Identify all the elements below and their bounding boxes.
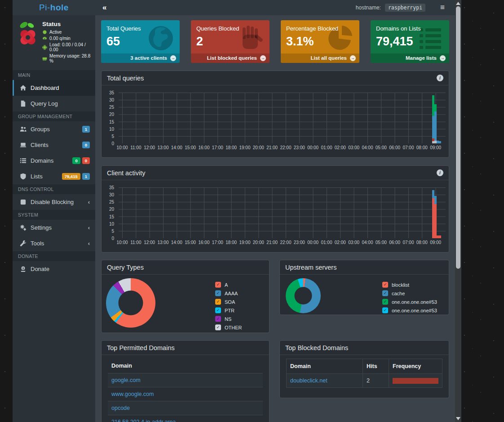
count-badge: 1 <box>82 126 90 133</box>
summary-card-total-queries: Total Queries653 active clients→ <box>101 20 180 63</box>
x-tick-label: 03:00 <box>348 145 359 150</box>
hits-cell: 2 <box>363 374 389 388</box>
sidebar-item-query-log[interactable]: Query Log <box>13 96 95 111</box>
scrollbar-thumb[interactable] <box>456 6 460 269</box>
upstream-servers-donut-chart <box>286 278 321 313</box>
upstream-servers-panel: Upstream servers ✓blocklist✓cache✓one.on… <box>279 260 449 315</box>
x-tick-label: 05:00 <box>376 240 387 245</box>
legend-item[interactable]: ✓cache <box>382 289 437 298</box>
column-header: Frequency <box>389 359 442 374</box>
legend-checkbox-icon[interactable]: ✓ <box>215 316 221 322</box>
pihole-window: Pi-hole « hostname: raspberrypi ≡ <box>13 0 455 422</box>
menu-section-header: DNS CONTROL <box>13 184 95 194</box>
x-tick-label: 08:00 <box>416 145 428 150</box>
x-tick-label: 09:00 <box>430 240 441 245</box>
card-footer-link[interactable]: List blocked queries→ <box>191 53 270 63</box>
legend-label: PTR <box>225 308 234 313</box>
x-tick-label: 21:00 <box>266 145 278 150</box>
sidebar-item-label: Query Log <box>31 100 90 107</box>
sidebar-item-tools[interactable]: Tools‹ <box>13 235 95 251</box>
domain-link[interactable]: 216.58.202.4.in-addr.arpa <box>111 419 176 422</box>
card-footer-link[interactable]: List all queries→ <box>281 53 359 63</box>
card-footer-link[interactable]: 3 active clients→ <box>101 53 180 63</box>
sidebar-item-domains[interactable]: Domains00 <box>13 153 95 169</box>
scroll-down-arrow-icon[interactable] <box>456 417 460 420</box>
shield-icon <box>20 173 27 180</box>
sidebar-item-lists[interactable]: Lists79,4151 <box>13 169 95 184</box>
x-tick-label: 05:00 <box>376 145 387 150</box>
arrow-circle-icon: → <box>260 55 266 61</box>
domain-link[interactable]: google.com <box>111 377 141 383</box>
legend-checkbox-icon[interactable]: ✓ <box>215 290 221 296</box>
card-value: 2 <box>191 32 270 49</box>
column-header: Hits <box>363 359 389 374</box>
legend-label: NS <box>225 316 231 322</box>
sidebar-item-clients[interactable]: Clients0 <box>13 137 95 153</box>
legend-item[interactable]: ✓one.one.one.one#53 <box>382 306 437 315</box>
y-tick-label: 5 <box>102 134 114 139</box>
summary-card-queries-blocked: Queries Blocked2List blocked queries→ <box>191 20 270 63</box>
count-badge: 0 <box>72 157 80 164</box>
x-tick-label: 01:00 <box>321 145 332 150</box>
y-tick-label: 35 <box>102 90 114 95</box>
sidebar-item-dashboard[interactable]: Dashboard <box>13 80 95 96</box>
bar-segment-cached <box>434 104 437 111</box>
legend-checkbox-icon[interactable]: ✓ <box>215 324 221 330</box>
circle-status-icon <box>42 30 47 35</box>
sidebar-collapse-icon[interactable]: « <box>95 3 114 12</box>
sidebar-item-settings[interactable]: Settings‹ <box>13 220 95 235</box>
chart-plot-area <box>119 93 446 143</box>
scroll-up-arrow-icon[interactable] <box>456 2 460 5</box>
legend-checkbox-icon[interactable]: ✓ <box>382 299 388 305</box>
sidebar-item-groups[interactable]: Groups1 <box>13 121 95 137</box>
sidebar-item-label: Clients <box>31 142 80 148</box>
status-text: Active <box>49 30 62 35</box>
info-icon[interactable]: i <box>437 169 443 176</box>
donut-hole <box>295 287 312 305</box>
count-badge: 0 <box>82 157 90 164</box>
x-axis-labels: 10:0011:0012:0013:0014:0015:0016:0017:00… <box>119 238 446 245</box>
legend-item[interactable]: ✓NS <box>215 315 242 323</box>
x-tick-label: 07:00 <box>402 145 414 150</box>
hamburger-menu-icon[interactable]: ≡ <box>429 3 449 12</box>
legend-item[interactable]: ✓one.one.one.one#53 <box>382 298 437 306</box>
cpu-icon <box>42 45 47 50</box>
legend-checkbox-icon[interactable]: ✓ <box>382 307 388 313</box>
card-footer-link[interactable]: Manage lists→ <box>371 53 449 63</box>
legend-checkbox-icon[interactable]: ✓ <box>215 282 221 288</box>
domain-cell: www.google.com <box>108 387 263 401</box>
laptop-icon <box>20 142 27 148</box>
summary-cards: Total Queries653 active clients→Queries … <box>101 20 449 63</box>
legend-checkbox-icon[interactable]: ✓ <box>382 290 388 296</box>
info-icon[interactable]: i <box>437 75 443 81</box>
legend-item[interactable]: ✓PTR <box>215 306 242 315</box>
y-tick-label: 15 <box>102 120 114 124</box>
sidebar-item-disable-blocking[interactable]: Disable Blocking‹ <box>13 194 95 210</box>
legend-item[interactable]: ✓AAAA <box>215 289 242 298</box>
sidebar-item-donate[interactable]: $Donate <box>13 261 95 277</box>
x-tick-label: 19:00 <box>239 240 250 245</box>
legend-checkbox-icon[interactable]: ✓ <box>215 299 221 305</box>
x-tick-label: 17:00 <box>212 240 223 245</box>
legend-item[interactable]: ✓SOA <box>215 298 242 306</box>
legend-checkbox-icon[interactable]: ✓ <box>382 282 388 288</box>
status-text: 0.00 q/min <box>49 36 71 41</box>
y-tick-label: 30 <box>102 98 114 102</box>
legend-item[interactable]: ✓blocklist <box>382 280 437 289</box>
status-line: 0.00 q/min <box>42 36 92 41</box>
legend-checkbox-icon[interactable]: ✓ <box>215 307 221 313</box>
status-line: Load: 0.00 / 0.04 / 0.00 <box>42 42 92 52</box>
column-header: Domain <box>108 359 263 373</box>
legend-item[interactable]: ✓A <box>215 280 242 289</box>
legend-label: AAAA <box>225 291 238 296</box>
chart-plot-area <box>119 187 446 238</box>
domain-link[interactable]: www.google.com <box>111 391 154 397</box>
domain-link[interactable]: opcode <box>111 405 130 411</box>
sidebar-item-label: Dashboard <box>31 84 90 91</box>
domain-link[interactable]: doubleclick.net <box>290 378 327 384</box>
browser-scrollbar[interactable] <box>455 0 461 422</box>
legend-item[interactable]: ✓OTHER <box>215 323 242 332</box>
x-tick-label: 21:00 <box>266 240 278 245</box>
column-header: Domain <box>287 359 363 374</box>
x-tick-label: 23:00 <box>294 240 305 245</box>
